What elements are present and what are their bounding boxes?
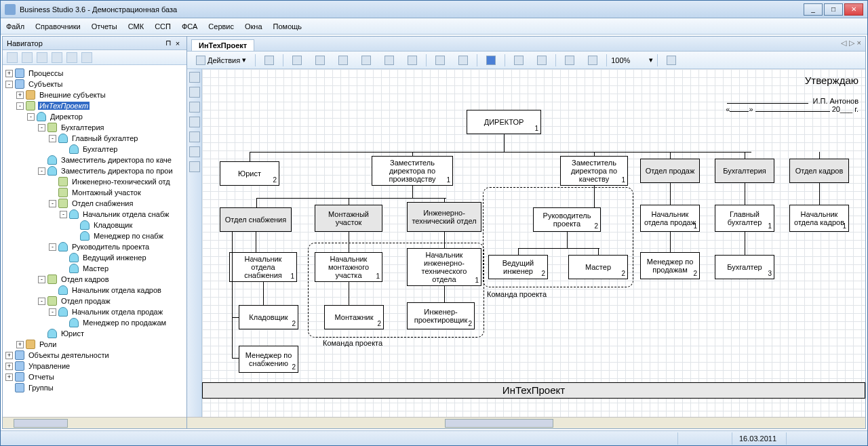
tree-row[interactable]: Менеджер по снабж xyxy=(5,230,186,241)
org-box-zam-proizv[interactable]: Заместитель директора по производству1 xyxy=(372,156,453,186)
nav-tool-5[interactable] xyxy=(66,52,77,63)
tool-org[interactable] xyxy=(357,54,376,67)
tree-row[interactable]: -Начальник отдела продаж xyxy=(5,306,186,317)
org-box-inj-tech[interactable]: Инженерно-технический отдел xyxy=(407,202,481,232)
side-tool-5[interactable] xyxy=(189,131,200,142)
tree-row[interactable]: Менеджер по продажам xyxy=(5,317,186,328)
tree-row[interactable]: +Объекты деятельности xyxy=(5,350,186,361)
navigator-tree[interactable]: +Процессы-Субъекты+Внешние субъекты-ИнТе… xyxy=(3,65,186,417)
close-button[interactable]: ✕ xyxy=(844,3,863,16)
org-box-otdel-prodazh[interactable]: Отдел продаж xyxy=(640,159,700,183)
tool-image[interactable] xyxy=(431,54,450,67)
tree-row[interactable]: -Отдел кадров xyxy=(5,274,186,285)
org-box-ved-inj[interactable]: Ведущий инженер2 xyxy=(488,255,548,279)
tree-row[interactable]: -Директор xyxy=(5,111,186,122)
tab-next-icon[interactable]: ▷ xyxy=(849,39,854,47)
tool-undo[interactable] xyxy=(509,54,528,67)
expand-icon[interactable]: + xyxy=(5,352,13,359)
expand-icon[interactable]: + xyxy=(5,70,13,77)
tool-edit[interactable] xyxy=(260,54,279,67)
tool-wrench[interactable] xyxy=(334,54,353,67)
expand-icon[interactable]: - xyxy=(38,167,45,175)
tool-link1[interactable] xyxy=(380,54,399,67)
tool-redo[interactable] xyxy=(532,54,551,67)
tree-row[interactable]: +Процессы xyxy=(5,68,186,79)
menu-fsa[interactable]: ФСА xyxy=(182,22,197,31)
nav-tool-4[interactable] xyxy=(52,52,62,63)
menu-file[interactable]: Файл xyxy=(6,22,24,31)
org-box-men-snab[interactable]: Менеджер по снабжению2 xyxy=(239,346,298,373)
org-box-otdel-kadrov[interactable]: Отдел кадров xyxy=(789,159,849,183)
tree-row[interactable]: -ИнТехПроект xyxy=(5,100,186,111)
nav-tool-6[interactable] xyxy=(81,52,92,63)
side-tool-7[interactable] xyxy=(189,161,200,172)
expand-icon[interactable]: - xyxy=(49,308,56,316)
org-box-men-prodazh[interactable]: Менеджер по продажам2 xyxy=(640,252,700,279)
tree-row[interactable]: -Главный бухгалтер xyxy=(5,133,186,144)
tool-nav1[interactable] xyxy=(560,54,579,67)
org-box-master[interactable]: Мастер2 xyxy=(568,255,628,279)
org-box-mont-uch[interactable]: Монтажный участок xyxy=(315,205,382,232)
tree-row[interactable]: -Субъекты xyxy=(5,79,186,89)
titlebar[interactable]: Business Studio 3.6 - Демонстрационная б… xyxy=(1,1,867,18)
org-box-buhgalteria[interactable]: Бухгалтерия xyxy=(715,159,774,183)
org-box-ruk-proekta[interactable]: Руководитель проекта2 xyxy=(533,207,601,232)
menu-service[interactable]: Сервис xyxy=(208,22,234,31)
minimize-button[interactable]: _ xyxy=(804,3,823,16)
tree-row[interactable]: -Начальник отдела снабж xyxy=(5,209,186,220)
tree-row[interactable]: Бухгалтер xyxy=(5,144,186,155)
side-tool-4[interactable] xyxy=(189,117,200,127)
tool-pointer[interactable] xyxy=(288,54,307,67)
nav-tool-1[interactable] xyxy=(7,52,18,63)
scroll-thumb[interactable] xyxy=(14,419,68,428)
navigator-hscroll[interactable] xyxy=(3,417,186,428)
tab-prev-icon[interactable]: ◁ xyxy=(841,39,846,47)
zoom-input[interactable] xyxy=(611,56,645,64)
org-box-zam-kach[interactable]: Заместитель директора по качеству1 xyxy=(560,156,628,186)
tree-row[interactable]: +Внешние субъекты xyxy=(5,89,186,100)
org-box-buhgalter[interactable]: Бухгалтер3 xyxy=(715,255,774,279)
expand-icon[interactable]: + xyxy=(16,92,24,99)
tree-row[interactable]: Мастер xyxy=(5,263,186,274)
diagram-hscroll[interactable] xyxy=(187,417,865,428)
maximize-button[interactable]: □ xyxy=(824,3,843,16)
org-box-otdel-snab[interactable]: Отдел снабжения xyxy=(220,207,292,232)
tree-row[interactable]: Кладовщик xyxy=(5,220,186,230)
tree-row[interactable]: +Отчеты xyxy=(5,371,186,382)
tool-copy[interactable] xyxy=(454,54,473,67)
org-box-nach-prodazh[interactable]: Начальник отдела продаж1 xyxy=(640,205,700,232)
org-box-nach-kadrov[interactable]: Начальник отдела кадров1 xyxy=(789,205,849,232)
tab-intehproekt[interactable]: ИнТехПроект xyxy=(191,39,254,51)
nav-tool-filter[interactable] xyxy=(37,52,47,63)
expand-icon[interactable]: + xyxy=(5,373,13,381)
org-box-director[interactable]: ДИРЕКТОР1 xyxy=(467,110,541,134)
tree-row[interactable]: +Роли xyxy=(5,339,186,350)
expand-icon[interactable]: - xyxy=(38,124,45,131)
expand-icon[interactable]: - xyxy=(5,81,13,88)
expand-icon[interactable]: - xyxy=(38,298,45,305)
tree-row[interactable]: Заместитель директора по каче xyxy=(5,155,186,165)
expand-icon[interactable]: + xyxy=(16,341,24,348)
tab-close-icon[interactable]: × xyxy=(857,39,861,47)
zoom-dropdown-icon[interactable]: ▾ xyxy=(649,56,653,64)
menu-smk[interactable]: СМК xyxy=(128,22,144,31)
nav-tool-2[interactable] xyxy=(22,52,33,63)
org-box-jurist[interactable]: Юрист2 xyxy=(220,161,279,186)
tool-auto[interactable] xyxy=(311,54,330,67)
org-box-kladov[interactable]: Кладовщик2 xyxy=(239,305,298,329)
tree-row[interactable]: Группы xyxy=(5,382,186,393)
tool-nav2[interactable] xyxy=(583,54,602,67)
scroll-thumb[interactable] xyxy=(445,419,553,428)
tree-row[interactable]: -Бухгалтерия xyxy=(5,122,186,133)
tool-link2[interactable] xyxy=(403,54,422,67)
menu-help[interactable]: Помощь xyxy=(273,22,302,31)
side-tool-2[interactable] xyxy=(189,87,200,98)
tree-row[interactable]: Монтажный участок xyxy=(5,187,186,198)
menu-ref[interactable]: Справочники xyxy=(35,22,81,31)
expand-icon[interactable]: - xyxy=(16,102,24,110)
tool-refresh[interactable] xyxy=(662,54,681,67)
org-box-nach-mont[interactable]: Начальник монтажного участка1 xyxy=(315,252,382,282)
expand-icon[interactable]: - xyxy=(49,243,56,251)
side-tool-3[interactable] xyxy=(189,102,200,113)
tree-row[interactable]: -Отдел снабжения xyxy=(5,198,186,209)
